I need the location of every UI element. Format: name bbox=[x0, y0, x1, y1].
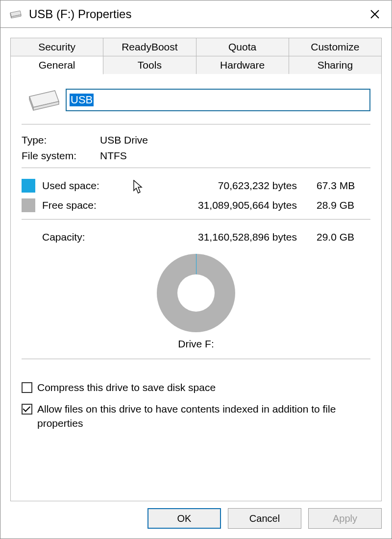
tab-customize[interactable]: Customize bbox=[289, 38, 382, 56]
separator bbox=[22, 124, 370, 124]
drive-icon-large bbox=[22, 89, 66, 111]
volume-name-input[interactable]: USB bbox=[66, 89, 370, 111]
titlebar: USB (F:) Properties bbox=[0, 0, 392, 28]
drive-caption: Drive F: bbox=[22, 335, 370, 355]
capacity-human: 29.0 GB bbox=[317, 231, 370, 243]
separator bbox=[22, 359, 370, 359]
index-label: Allow files on this drive to have conten… bbox=[37, 402, 370, 430]
dialog-button-bar: OK Cancel Apply bbox=[0, 501, 392, 539]
tab-sharing[interactable]: Sharing bbox=[289, 56, 382, 74]
free-space-human: 28.9 GB bbox=[317, 199, 370, 211]
type-value: USB Drive bbox=[100, 134, 148, 146]
tab-security[interactable]: Security bbox=[10, 38, 103, 56]
capacity-pie-chart bbox=[157, 254, 235, 332]
tab-readyboost[interactable]: ReadyBoost bbox=[103, 38, 196, 56]
filesystem-label: File system: bbox=[22, 150, 100, 162]
ok-button[interactable]: OK bbox=[147, 508, 221, 529]
used-space-human: 67.3 MB bbox=[317, 180, 370, 192]
volume-name-text: USB bbox=[70, 94, 94, 106]
free-space-label: Free space: bbox=[42, 199, 116, 211]
separator bbox=[22, 219, 370, 220]
separator bbox=[22, 168, 370, 168]
free-space-bytes: 31,089,905,664 bytes bbox=[116, 199, 317, 211]
tab-panel-general: USB Type: USB Drive File system: NTFS Us… bbox=[10, 74, 382, 501]
tab-rows: Security ReadyBoost Quota Customize Gene… bbox=[10, 38, 382, 74]
close-button[interactable] bbox=[363, 2, 387, 26]
window-title: USB (F:) Properties bbox=[29, 7, 363, 21]
compress-checkbox[interactable] bbox=[22, 382, 32, 393]
cancel-button[interactable]: Cancel bbox=[228, 508, 301, 529]
apply-button: Apply bbox=[308, 508, 382, 529]
properties-dialog: USB (F:) Properties Security ReadyBoost … bbox=[0, 0, 392, 539]
capacity-bytes: 31,160,528,896 bytes bbox=[116, 231, 317, 243]
tab-general[interactable]: General bbox=[10, 56, 103, 74]
index-checkbox[interactable] bbox=[22, 404, 32, 415]
used-space-swatch bbox=[22, 179, 35, 193]
type-label: Type: bbox=[22, 134, 100, 146]
close-icon bbox=[370, 9, 380, 19]
tab-tools[interactable]: Tools bbox=[103, 56, 196, 74]
capacity-label: Capacity: bbox=[42, 231, 116, 243]
tabs-container: Security ReadyBoost Quota Customize Gene… bbox=[0, 28, 392, 501]
used-space-bytes: 70,623,232 bytes bbox=[116, 180, 317, 192]
compress-label: Compress this drive to save disk space bbox=[37, 381, 216, 394]
filesystem-value: NTFS bbox=[100, 150, 127, 162]
free-space-swatch bbox=[22, 198, 35, 212]
tab-hardware[interactable]: Hardware bbox=[196, 56, 289, 74]
used-space-label: Used space: bbox=[42, 180, 116, 192]
drive-icon-small bbox=[9, 10, 22, 19]
tab-quota[interactable]: Quota bbox=[196, 38, 289, 56]
